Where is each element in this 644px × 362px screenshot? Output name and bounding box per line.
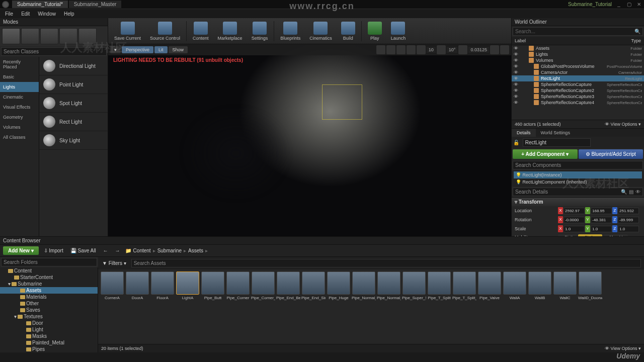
modes-cat-basic[interactable]: Basic [0, 72, 39, 82]
visibility-icon[interactable]: 👁 [514, 58, 520, 63]
outliner-row[interactable]: 👁SphereReflectionCapture2SphereReflectio… [512, 87, 644, 94]
search-folders-input[interactable]: Search Folders [1, 258, 97, 266]
location-x[interactable] [564, 208, 585, 214]
vp-lit-button[interactable]: Lit [154, 46, 168, 53]
disclosure-icon[interactable]: ▾ [14, 314, 17, 319]
scale-x[interactable] [564, 226, 585, 232]
breadcrumb-item[interactable]: Submarine [157, 248, 182, 253]
maximize-icon[interactable]: ▢ [626, 2, 632, 8]
asset-item[interactable]: WallD_Doorway [578, 272, 602, 300]
visibility-icon[interactable]: 👁 [514, 100, 520, 105]
tree-item[interactable]: Masks [0, 333, 98, 339]
rotation-z[interactable] [618, 217, 639, 223]
light-item[interactable]: Point Light [39, 75, 108, 94]
disclosure-icon[interactable]: ▾ [8, 281, 11, 287]
marketplace-button[interactable]: Marketplace [214, 21, 247, 42]
blueprints-button[interactable]: Blueprints [276, 21, 304, 42]
asset-item[interactable]: Pipe_Butt [201, 272, 225, 300]
scale-y[interactable] [591, 226, 612, 232]
asset-item[interactable]: Pipe_T_Split_ThinExt [452, 272, 476, 300]
vp-select-icon[interactable] [376, 45, 385, 54]
add-component-button[interactable]: + Add Component ▾ [513, 149, 578, 159]
tree-item[interactable]: Light [0, 326, 98, 333]
source-control-button[interactable]: Source Control [146, 21, 184, 42]
asset-item[interactable]: WallA [503, 272, 527, 300]
mobility-movable[interactable]: ● Movable [603, 234, 627, 236]
eye-icon[interactable]: 👁 [635, 189, 640, 195]
foliage-mode-icon[interactable] [59, 28, 77, 44]
vp-snap-angle-icon[interactable] [437, 45, 446, 54]
vp-menu-icon[interactable]: ▾ [110, 46, 121, 53]
outliner-row[interactable]: 👁SphereReflectionCapture4SphereReflectio… [512, 100, 644, 106]
outliner-row[interactable]: 👁SphereReflectionCaptureSphereReflection… [512, 81, 644, 87]
tree-item[interactable]: Pipes [0, 346, 98, 352]
title-tab[interactable]: Submarine_Tutorial* [12, 1, 68, 8]
vp-snap-grid-value[interactable]: 10 [427, 47, 436, 53]
light-item[interactable]: Sky Light [39, 131, 108, 150]
location-z[interactable] [618, 208, 639, 214]
tree-item[interactable]: Content [0, 267, 98, 274]
viewport-scene[interactable] [108, 44, 511, 236]
light-item[interactable]: Directional Light [39, 57, 108, 75]
col-type[interactable]: Type [631, 38, 641, 43]
component-item[interactable]: 💡 RectLightComponent (Inherited) [514, 178, 642, 186]
transform-header[interactable]: ▿ Transform [512, 198, 644, 206]
search-assets-input[interactable]: Search Assets [131, 259, 641, 267]
import-button[interactable]: ⇩ Import [42, 247, 65, 254]
cinematics-button[interactable]: Cinematics [305, 21, 336, 42]
breadcrumb-item[interactable]: Assets [188, 248, 203, 253]
tree-item[interactable]: Other [0, 300, 98, 307]
asset-item[interactable]: Pipe_Normal_Short [377, 272, 401, 300]
cb-view-options[interactable]: 👁 View Options ▾ [605, 346, 641, 351]
vp-perspective-button[interactable]: Perspective [122, 46, 153, 53]
modes-cat-visual-effects[interactable]: Visual Effects [0, 102, 39, 112]
asset-item[interactable]: FloorA [150, 272, 175, 300]
visibility-icon[interactable]: 👁 [514, 64, 520, 69]
asset-item[interactable]: CornerA [100, 272, 124, 300]
view-options-button[interactable]: 👁 View Options ▾ [605, 122, 641, 127]
outliner-row[interactable]: 👁LightsFolder [512, 51, 644, 57]
breadcrumb-item[interactable]: Content [133, 248, 151, 253]
title-tab[interactable]: Submarine_Master [69, 1, 121, 8]
location-y[interactable] [591, 208, 612, 214]
asset-item[interactable]: DoorA [125, 272, 149, 300]
modes-cat-lights[interactable]: Lights [0, 82, 39, 92]
visibility-icon[interactable]: 👁 [514, 76, 520, 81]
content-button[interactable]: Content [189, 21, 213, 42]
outliner-row[interactable]: 👁CameraActorCameraActor [512, 69, 644, 75]
asset-item[interactable]: Pipe_Huge [327, 272, 351, 300]
lock-icon[interactable]: 🔓 [513, 140, 519, 145]
asset-item[interactable]: WallB [528, 272, 552, 300]
asset-item[interactable]: Pipe_Normal_Long [352, 272, 376, 300]
save-current-button[interactable]: Save Current [110, 21, 145, 42]
mobility-stationa[interactable]: ● Stationa [578, 234, 602, 236]
mobility-static[interactable]: ● Static [558, 234, 578, 236]
asset-item[interactable]: Pipe_End_Bend [276, 272, 300, 300]
search-components-input[interactable]: Search Components [513, 161, 643, 169]
menu-window[interactable]: Window [34, 10, 60, 18]
tree-item[interactable]: Materials [0, 294, 98, 300]
outliner-row[interactable]: 👁RectLightRectLight [512, 75, 644, 81]
details-view-icon[interactable]: ▤ [629, 189, 633, 195]
launch-button[interactable]: Launch [387, 21, 410, 42]
menu-help[interactable]: Help [60, 10, 78, 18]
visibility-icon[interactable]: 👁 [514, 94, 520, 99]
modes-cat-recently-placed[interactable]: Recently Placed [0, 57, 39, 72]
tab-details[interactable]: Details [512, 129, 536, 137]
light-item[interactable]: Spot Light [39, 94, 108, 113]
visibility-icon[interactable]: 👁 [514, 46, 520, 51]
nav-fwd-icon[interactable]: → [113, 247, 122, 254]
asset-item[interactable]: Pipe_End_Single [301, 272, 326, 300]
vp-maximize-icon[interactable] [500, 45, 509, 54]
asset-item[interactable]: LightA [176, 272, 200, 300]
modes-cat-all-classes[interactable]: All Classes [0, 132, 39, 142]
paint-mode-icon[interactable] [21, 28, 39, 44]
outliner-row[interactable]: 👁VolumesFolder [512, 57, 644, 63]
minimize-icon[interactable]: _ [616, 2, 622, 8]
geometry-mode-icon[interactable] [78, 28, 97, 44]
play-button[interactable]: Play [364, 21, 386, 42]
visibility-icon[interactable]: 👁 [514, 52, 520, 57]
tree-item[interactable]: Assets [0, 287, 98, 294]
menu-edit[interactable]: Edit [17, 10, 34, 18]
asset-item[interactable]: Pipe_Valve [477, 272, 502, 300]
